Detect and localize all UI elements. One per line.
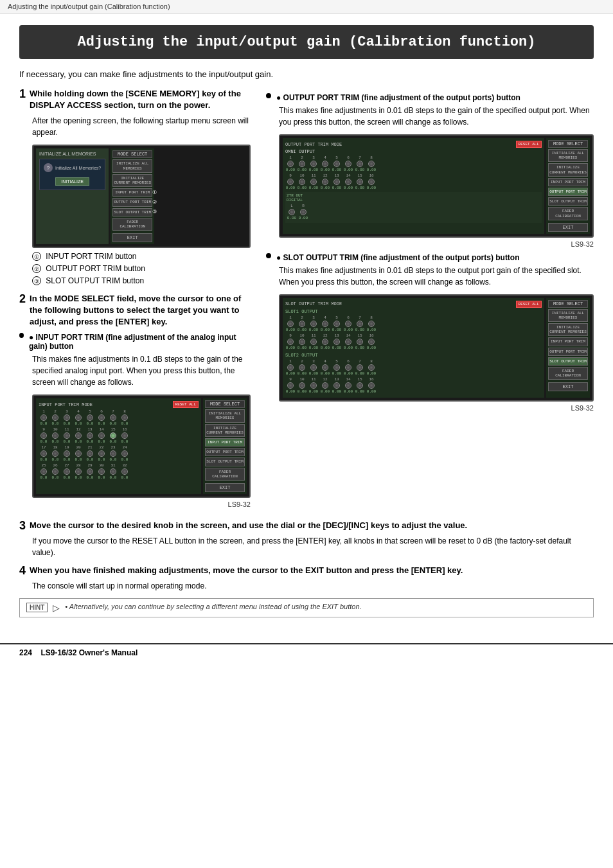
slot1-row1: 10.00 20.00 30.00 40.00 50.00 60.00 70.0… bbox=[285, 315, 542, 332]
top-bar-title: Adjusting the input/output gain (Calibra… bbox=[8, 3, 170, 10]
step-1-num: 1 bbox=[19, 88, 26, 111]
knob-29: 290.0 bbox=[85, 463, 95, 480]
reset-all-btn[interactable]: RESET ALL bbox=[173, 401, 199, 408]
knob-6: 60.0 bbox=[96, 409, 107, 426]
sidebar-btn-input-trim[interactable]: INPUT PORT TRIM ① bbox=[112, 188, 152, 197]
input-trim-screen: INPUT PORT TRIM MODE RESET ALL 10.0 20.0… bbox=[32, 394, 251, 498]
slot-sb-init-all[interactable]: INITIALIZE ALL MEMORIES bbox=[548, 309, 588, 322]
knob-22: 220.0 bbox=[96, 445, 107, 462]
knob-12: 120.0 bbox=[73, 427, 84, 444]
knob-24: 240.0 bbox=[120, 445, 130, 462]
sidebar-btn-slot-trim[interactable]: SLOT OUTPUT TRIM ③ bbox=[112, 208, 152, 217]
twotr-knobs: L0.00 R0.00 bbox=[287, 204, 540, 220]
sidebar2-slot-trim[interactable]: SLOT OUTPUT TRIM bbox=[205, 457, 245, 466]
twotr-l: L0.00 bbox=[287, 204, 297, 220]
knob-16: 160.0 bbox=[120, 427, 130, 444]
hint-label: HINT bbox=[26, 603, 48, 612]
slot1-row2: 90.00 100.00 110.00 120.00 130.00 140.00… bbox=[285, 333, 542, 350]
input-trim-header: INPUT PORT TRIM MODE RESET ALL bbox=[39, 401, 199, 408]
sidebar2-init-current[interactable]: INITIALIZE CURRENT MEMORIES bbox=[205, 424, 245, 437]
knob-10: 100.0 bbox=[50, 427, 60, 444]
output-trim-sidebar: MODE SELECT INITIALIZE ALL MEMORIES INIT… bbox=[546, 138, 590, 234]
step-3-text: Move the cursor to the desired knob in t… bbox=[30, 520, 467, 531]
step-2-heading: 2 In the MODE SELECT field, move the cur… bbox=[19, 293, 251, 328]
slot-sb-slot-trim[interactable]: SLOT OUTPUT TRIM bbox=[548, 357, 588, 366]
sidebar-btn-init-current[interactable]: INITIALIZE CURRENT MEMORIES bbox=[112, 174, 152, 187]
omni-k16: 160.00 bbox=[366, 173, 377, 190]
sidebar2-exit[interactable]: EXIT bbox=[205, 483, 245, 492]
hint-text: • Alternatively, you can continue by sel… bbox=[65, 603, 361, 610]
hint-arrow-icon: ▷ bbox=[53, 603, 60, 613]
bullet-1: ① INPUT PORT TRIM button bbox=[32, 251, 251, 263]
input-trim-sidebar: MODE SELECT INITIALIZE ALL MEMORIES INIT… bbox=[203, 398, 247, 494]
init-button[interactable]: INITIALIZE bbox=[55, 177, 89, 186]
step-1-heading: 1 While holding down the [SCENE MEMORY] … bbox=[19, 88, 251, 111]
step-1-text: While holding down the [SCENE MEMORY] ke… bbox=[30, 88, 251, 111]
sidebar2-output-trim[interactable]: OUTPUT PORT TRIM bbox=[205, 448, 245, 456]
output-sb-init-all[interactable]: INITIALIZE ALL MEMORIES bbox=[548, 149, 588, 162]
step-4-heading: 4 When you have finished making adjustme… bbox=[19, 565, 594, 576]
output-sb-output-trim[interactable]: OUTPUT PORT TRIM bbox=[548, 188, 588, 196]
knob-row-17-24: 170.0 180.0 190.0 200.0 210.0 220.0 230.… bbox=[39, 445, 199, 462]
sidebar-btn-output-trim[interactable]: OUTPUT PORT TRIM ② bbox=[112, 198, 152, 206]
slot-sb-input-trim[interactable]: INPUT PORT TRIM bbox=[548, 337, 588, 346]
twotr-section: 2TR OUTDIGITAL L0.00 R0.00 bbox=[285, 192, 542, 223]
omni-k13: 130.00 bbox=[332, 173, 342, 190]
input-trim-sub-heading: ● INPUT PORT TRIM (fine adjustment of th… bbox=[19, 333, 251, 351]
output-sb-fader-cal[interactable]: FADER CALIBRATION bbox=[548, 207, 588, 220]
slot-trim-body: This makes fine adjustments in 0.01 dB s… bbox=[279, 265, 594, 288]
omni-k7: 70.00 bbox=[355, 155, 365, 172]
dialog-icon: ? bbox=[44, 163, 53, 172]
step-4-text: When you have finished making adjustment… bbox=[30, 565, 463, 576]
init-dialog-box: ? Initialize All Memories? INITIALIZE bbox=[39, 159, 105, 190]
step-1-body: After the opening screen, the following … bbox=[32, 115, 251, 138]
left-column: 1 While holding down the [SCENE MEMORY] … bbox=[19, 88, 251, 513]
knob-31: 310.0 bbox=[108, 463, 118, 480]
init-screen: INITIALIZE ALL MEMORIES ? Initialize All… bbox=[32, 145, 251, 248]
slot-trim-sidebar: MODE SELECT INITIALIZE ALL MEMORIES INIT… bbox=[546, 298, 590, 398]
slot-reset-btn[interactable]: RESET ALL bbox=[516, 301, 542, 308]
sidebar-btn-fader-cal[interactable]: FADER CALIBRATION bbox=[112, 218, 152, 231]
output-sb-input-trim[interactable]: INPUT PORT TRIM bbox=[548, 178, 588, 186]
input-trim-title: INPUT PORT TRIM MODE bbox=[39, 402, 93, 407]
top-bar: Adjusting the input/output gain (Calibra… bbox=[0, 0, 613, 13]
knob-15: 150.0 bbox=[108, 427, 118, 444]
omni-k1: 10.00 bbox=[285, 155, 296, 172]
knob-row-9-16: 90.0 100.0 110.0 120.0 130.0 140.0 150.0… bbox=[39, 427, 199, 444]
slot2-row2: 90.00 100.00 110.00 120.00 130.00 140.00… bbox=[285, 377, 542, 394]
slot-sb-init-cur[interactable]: INITIALIZE CURRENT MEMORIES bbox=[548, 323, 588, 336]
input-trim-caption: LS9-32 bbox=[32, 500, 251, 508]
omni-k15: 150.00 bbox=[355, 173, 365, 190]
omni-k9: 90.00 bbox=[285, 173, 296, 190]
omni-k5: 50.00 bbox=[332, 155, 342, 172]
page-footer: 224 LS9-16/32 Owner's Manual bbox=[0, 643, 613, 661]
knob-4: 40.0 bbox=[73, 409, 84, 426]
slot-sb-output-trim[interactable]: OUTPUT PORT TRIM bbox=[548, 348, 588, 356]
sidebar-exit-btn[interactable]: EXIT bbox=[112, 233, 152, 242]
output-sb-exit[interactable]: EXIT bbox=[548, 223, 588, 232]
output-sb-slot-trim[interactable]: SLOT OUTPUT TRIM bbox=[548, 197, 588, 206]
knob-8: 80.0 bbox=[120, 409, 130, 426]
sidebar2-fader-cal[interactable]: FADER CALIBRATION bbox=[205, 468, 245, 481]
sidebar2-input-trim[interactable]: INPUT PORT TRIM bbox=[205, 438, 245, 447]
sidebar-btn-init-all[interactable]: INITIALIZE ALL MEMORIES bbox=[112, 159, 152, 172]
output-trim-caption: LS9-32 bbox=[279, 240, 594, 248]
step-3-num: 3 bbox=[19, 520, 26, 531]
knob-32: 320.0 bbox=[120, 463, 130, 480]
manual-title: LS9-16/32 Owner's Manual bbox=[40, 648, 138, 657]
knob-21: 210.0 bbox=[85, 445, 95, 462]
input-trim-body: This makes fine adjustments in 0.1 dB st… bbox=[32, 353, 251, 388]
knob-30: 300.0 bbox=[96, 463, 107, 480]
omni-knob-row-1: 10.00 20.00 30.00 40.00 50.00 60.00 70.0… bbox=[285, 155, 542, 172]
slot-sb-fader-cal[interactable]: FADER CALIBRATION bbox=[548, 367, 588, 380]
omni-k12: 120.00 bbox=[320, 173, 330, 190]
output-reset-btn[interactable]: RESET ALL bbox=[516, 141, 542, 148]
output-sb-init-cur[interactable]: INITIALIZE CURRENT MEMORIES bbox=[548, 163, 588, 176]
knob-20: 200.0 bbox=[73, 445, 84, 462]
twotr-r: R0.00 bbox=[298, 204, 308, 220]
slot2-row1: 10.00 20.00 30.00 40.00 50.00 60.00 70.0… bbox=[285, 359, 542, 376]
slot-sb-exit[interactable]: EXIT bbox=[548, 382, 588, 391]
knob-2: 20.0 bbox=[50, 409, 60, 426]
sidebar2-init-all[interactable]: INITIALIZE ALL MEMORIES bbox=[205, 409, 245, 422]
step-4-body: The console will start up in normal oper… bbox=[32, 580, 594, 592]
